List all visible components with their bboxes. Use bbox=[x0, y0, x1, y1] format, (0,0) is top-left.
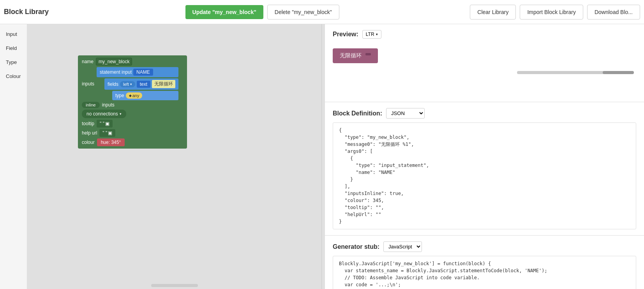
download-button[interactable]: Download Blo... bbox=[587, 5, 640, 20]
name-tag: NAME bbox=[133, 69, 153, 76]
preview-ltr-dropdown[interactable]: LTR bbox=[362, 30, 381, 39]
inline-dropdown[interactable]: inline bbox=[82, 102, 100, 108]
preview-scroll-thumb[interactable] bbox=[603, 71, 634, 74]
inline-row: inline inputs bbox=[82, 102, 183, 108]
import-library-button[interactable]: Import Block Library bbox=[520, 5, 583, 20]
block-canvas: name my_new_block inputs statement input… bbox=[78, 55, 187, 149]
app-title: Block Library bbox=[4, 8, 55, 16]
stmt-block-group: statement input NAME fields left text 无限… bbox=[97, 67, 178, 100]
tooltip-label: tooltip bbox=[82, 121, 94, 126]
topbar: Block Library Update "my_new_block" Dele… bbox=[0, 0, 644, 24]
genstub-language-select[interactable]: JavaScript Python PHP Lua Dart bbox=[383, 241, 422, 252]
type-block: type any bbox=[112, 91, 178, 100]
blockdef-format-select[interactable]: JSON JavaScript bbox=[386, 108, 425, 119]
block-name-row: name my_new_block bbox=[82, 58, 183, 66]
preview-scrollbar[interactable] bbox=[517, 71, 634, 74]
genstub-header: Generator stub: JavaScript Python PHP Lu… bbox=[333, 241, 636, 252]
preview-title: Preview: bbox=[333, 31, 358, 38]
genstub-code: Blockly.JavaScript['my_new_block'] = fun… bbox=[333, 256, 636, 289]
text-pill: text bbox=[137, 81, 150, 88]
block-inputs-row: inputs statement input NAME fields left … bbox=[82, 67, 183, 100]
preview-block-container: 无限循环 bbox=[333, 44, 636, 67]
hue-button[interactable]: hue: 345° bbox=[97, 138, 125, 146]
quote-icon2: " " bbox=[102, 130, 107, 136]
preview-block-text: 无限循环 bbox=[340, 52, 362, 59]
right-panel: Preview: LTR 无限循环 bbox=[325, 24, 644, 289]
helpurl-label: help url bbox=[82, 130, 97, 136]
block-editor: name my_new_block inputs statement input… bbox=[27, 24, 321, 289]
sidebar-item-type[interactable]: Type bbox=[2, 56, 25, 68]
blockdef-title: Block Definition: bbox=[333, 110, 382, 117]
blockdef-code: { "type": "my_new_block", "message0": "无… bbox=[333, 122, 636, 229]
sidebar-item-input[interactable]: Input bbox=[2, 28, 25, 40]
connections-row: no connections bbox=[82, 110, 183, 118]
helpurl-row: help url " " ▣ bbox=[82, 129, 183, 137]
block-connector bbox=[365, 53, 371, 59]
stmt-input-label: statement input bbox=[100, 69, 132, 75]
tooltip-quote-button[interactable]: " " ▣ bbox=[97, 120, 113, 128]
sidebar-item-colour[interactable]: Colour bbox=[2, 70, 25, 82]
tooltip-row: tooltip " " ▣ bbox=[82, 120, 183, 128]
sidebar: Input Field Type Colour bbox=[0, 24, 27, 289]
generator-stub-section: Generator stub: JavaScript Python PHP Lu… bbox=[325, 236, 644, 289]
clear-library-button[interactable]: Clear Library bbox=[470, 5, 516, 20]
type-label: type bbox=[115, 93, 124, 98]
genstub-title: Generator stub: bbox=[333, 243, 379, 250]
no-connections-button[interactable]: no connections bbox=[82, 110, 126, 118]
inputs-label: inputs bbox=[82, 81, 94, 87]
statement-input-block: statement input NAME bbox=[97, 67, 178, 77]
name-label: name bbox=[82, 59, 94, 64]
fields-label: fields bbox=[108, 82, 118, 87]
quote-icon: " " bbox=[100, 121, 104, 126]
helpurl-block-icon: ▣ bbox=[108, 130, 112, 136]
type-any[interactable]: any bbox=[126, 92, 143, 99]
preview-header: Preview: LTR bbox=[333, 30, 636, 39]
text-value[interactable]: 无限循环 bbox=[152, 80, 175, 88]
sidebar-item-field[interactable]: Field bbox=[2, 42, 25, 54]
fields-block: fields left text 无限循环 bbox=[104, 78, 178, 90]
tooltip-block-icon: ▣ bbox=[105, 121, 109, 126]
colour-row: colour hue: 345° bbox=[82, 138, 183, 146]
inputs-label2: inputs bbox=[102, 102, 115, 108]
name-value[interactable]: my_new_block bbox=[96, 58, 132, 66]
update-button[interactable]: Update "my_new_block" bbox=[185, 5, 263, 19]
blockdef-header: Block Definition: JSON JavaScript bbox=[333, 108, 636, 119]
connector-top bbox=[365, 53, 371, 55]
helpurl-quote-button[interactable]: " " ▣ bbox=[99, 129, 115, 137]
block-outer: name my_new_block inputs statement input… bbox=[78, 55, 187, 149]
preview-section: Preview: LTR 无限循环 bbox=[325, 24, 644, 102]
colour-label: colour bbox=[82, 140, 95, 145]
align-dropdown[interactable]: left bbox=[120, 81, 135, 87]
block-definition-section: Block Definition: JSON JavaScript { "typ… bbox=[325, 102, 644, 236]
connector-bottom bbox=[365, 56, 371, 59]
delete-button[interactable]: Delete "my_new_block" bbox=[267, 5, 339, 20]
panel-divider[interactable] bbox=[321, 24, 325, 289]
preview-block: 无限循环 bbox=[333, 48, 378, 63]
main-layout: Input Field Type Colour name my_new_bloc… bbox=[0, 24, 644, 289]
editor-scrollbar[interactable] bbox=[151, 284, 198, 287]
